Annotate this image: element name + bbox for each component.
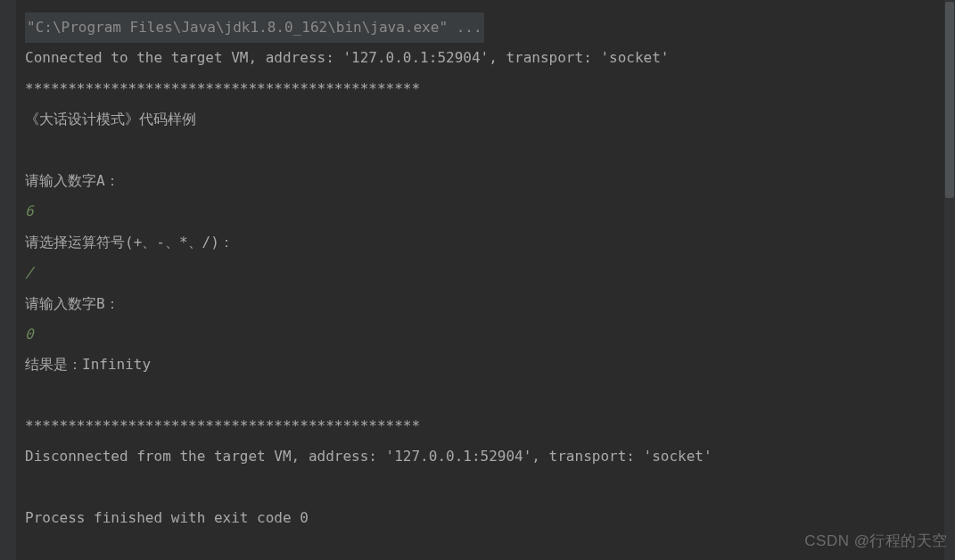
vertical-scrollbar[interactable] [944, 0, 955, 560]
user-input-a: 6 [25, 196, 955, 226]
disconnected-message: Disconnected from the target VM, address… [25, 441, 955, 472]
separator-line: ****************************************… [25, 411, 955, 441]
separator-line: ****************************************… [25, 74, 955, 104]
blank-line [25, 136, 955, 166]
program-title: 《大话设计模式》代码样例 [25, 104, 955, 135]
user-input-b: 0 [25, 319, 955, 350]
prompt-number-b: 请输入数字B： [25, 289, 955, 319]
scrollbar-thumb[interactable] [945, 2, 954, 198]
watermark-text: CSDN @行程的天空 [804, 531, 948, 551]
user-input-operator: / [25, 258, 955, 288]
command-line: "C:\Program Files\Java\jdk1.8.0_162\bin\… [25, 12, 955, 43]
connected-message: Connected to the target VM, address: '12… [25, 43, 955, 73]
result-line: 结果是：Infinity [25, 350, 955, 380]
highlighted-command: "C:\Program Files\Java\jdk1.8.0_162\bin\… [25, 12, 484, 43]
console-output[interactable]: "C:\Program Files\Java\jdk1.8.0_162\bin\… [0, 0, 955, 534]
prompt-number-a: 请输入数字A： [25, 166, 955, 196]
prompt-operator: 请选择运算符号(+、-、*、/)： [25, 227, 955, 258]
blank-line [25, 381, 955, 411]
blank-line [25, 473, 955, 503]
exit-message: Process finished with exit code 0 [25, 503, 955, 533]
